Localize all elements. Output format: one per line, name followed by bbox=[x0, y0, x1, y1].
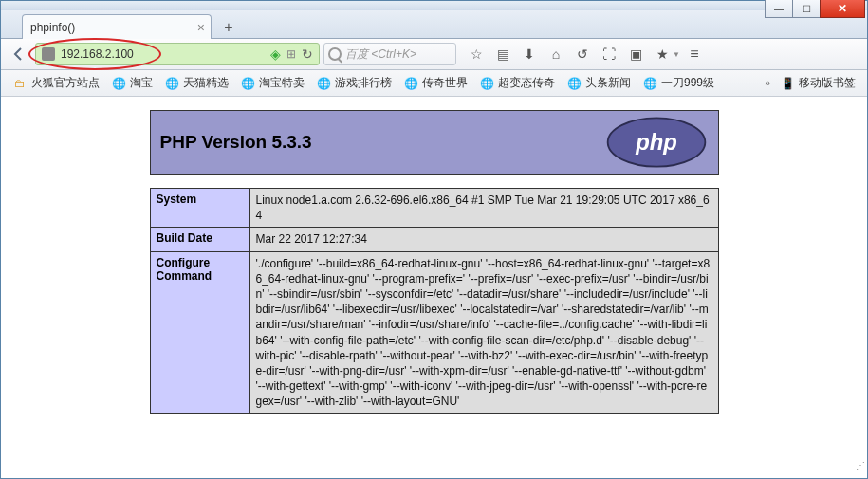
globe-icon: 🌐 bbox=[111, 76, 126, 91]
browser-window: — ☐ ✕ phpinfo() × + 192.168.2.100 ◈ ⊞ ↻ … bbox=[0, 0, 868, 479]
info-key: System bbox=[150, 189, 249, 228]
search-placeholder: 百度 <Ctrl+K> bbox=[345, 46, 416, 63]
reader-icon[interactable]: ⊞ bbox=[286, 47, 296, 61]
download-icon[interactable]: ⬇ bbox=[517, 43, 542, 65]
pocket-star-icon[interactable]: ★ bbox=[650, 43, 674, 65]
globe-icon: 🌐 bbox=[316, 76, 331, 91]
bookmark-item[interactable]: 🌐一刀999级 bbox=[638, 73, 718, 93]
title-bar bbox=[1, 1, 867, 10]
info-value: Mar 22 2017 12:27:34 bbox=[249, 228, 718, 251]
php-header: PHP Version 5.3.3 php bbox=[150, 110, 719, 175]
site-identity-icon bbox=[42, 47, 55, 61]
content-scroll[interactable]: PHP Version 5.3.3 php System Linux node1… bbox=[1, 97, 867, 478]
hamburger-menu-icon[interactable]: ≡ bbox=[682, 43, 707, 65]
globe-icon: 🌐 bbox=[642, 76, 657, 91]
back-arrow-icon bbox=[10, 46, 28, 63]
search-icon bbox=[328, 47, 342, 61]
globe-icon: 🌐 bbox=[164, 76, 179, 91]
bookmark-item[interactable]: 🌐淘宝特卖 bbox=[236, 73, 308, 93]
tab-title: phpinfo() bbox=[30, 21, 75, 34]
extension-icon[interactable]: ▣ bbox=[623, 43, 648, 65]
info-value: Linux node1.a.com 2.6.32-696.el6.x86_64 … bbox=[249, 189, 718, 228]
globe-icon: 🌐 bbox=[240, 76, 255, 91]
url-indicators: ◈ ⊞ ↻ bbox=[270, 46, 313, 62]
globe-icon: 🌐 bbox=[479, 76, 494, 91]
tab-close-icon[interactable]: × bbox=[197, 20, 205, 35]
screenshot-icon[interactable]: ⛶ bbox=[597, 43, 621, 65]
toolbar-icons: ☆ ▤ ⬇ ⌂ ↺ ⛶ ▣ ★ ▼ ≡ bbox=[464, 43, 707, 65]
url-text: 192.168.2.100 bbox=[61, 47, 134, 61]
bookmark-item[interactable]: 🌐游戏排行榜 bbox=[312, 73, 396, 93]
library-icon[interactable]: ▤ bbox=[490, 43, 515, 65]
bookmark-item[interactable]: 🌐头条新闻 bbox=[563, 73, 635, 93]
mobile-icon: 📱 bbox=[780, 76, 795, 91]
nav-bar: 192.168.2.100 ◈ ⊞ ↻ 百度 <Ctrl+K> ☆ ▤ ⬇ ⌂ … bbox=[1, 39, 867, 70]
content-area: PHP Version 5.3.3 php System Linux node1… bbox=[1, 97, 867, 478]
resize-grip-icon[interactable]: ⋰ bbox=[852, 463, 865, 476]
svg-text:php: php bbox=[635, 129, 677, 155]
info-key: Configure Command bbox=[150, 251, 249, 414]
search-bar[interactable]: 百度 <Ctrl+K> bbox=[323, 43, 456, 65]
window-controls: — ☐ ✕ bbox=[766, 0, 865, 18]
star-icon[interactable]: ☆ bbox=[464, 43, 489, 65]
mobile-bookmarks[interactable]: 📱移动版书签 bbox=[776, 73, 859, 93]
tab-phpinfo[interactable]: phpinfo() × bbox=[22, 14, 212, 39]
php-logo-icon: php bbox=[604, 116, 709, 169]
bookmark-item[interactable]: 🌐淘宝 bbox=[107, 73, 157, 93]
info-value: './configure' '--build=x86_64-redhat-lin… bbox=[249, 251, 718, 414]
bookmarks-bar: 🗀火狐官方站点 🌐淘宝 🌐天猫精选 🌐淘宝特卖 🌐游戏排行榜 🌐传奇世界 🌐超变… bbox=[1, 70, 867, 97]
globe-icon: 🌐 bbox=[566, 76, 582, 91]
bookmarks-overflow-icon[interactable]: » bbox=[765, 78, 770, 88]
bookmark-item[interactable]: 🌐传奇世界 bbox=[399, 73, 471, 93]
phpinfo-page: PHP Version 5.3.3 php System Linux node1… bbox=[150, 110, 719, 414]
shield-icon[interactable]: ◈ bbox=[270, 46, 281, 62]
bookmark-item[interactable]: 🗀火狐官方站点 bbox=[9, 73, 103, 93]
maximize-button[interactable]: ☐ bbox=[792, 0, 821, 18]
bookmark-item[interactable]: 🌐天猫精选 bbox=[160, 73, 232, 93]
sync-icon[interactable]: ↺ bbox=[570, 43, 595, 65]
back-button[interactable] bbox=[7, 42, 31, 66]
tab-strip: phpinfo() × + bbox=[1, 10, 867, 39]
info-key: Build Date bbox=[150, 228, 249, 251]
home-icon[interactable]: ⌂ bbox=[544, 43, 568, 65]
reload-icon[interactable]: ↻ bbox=[302, 46, 313, 62]
table-row: System Linux node1.a.com 2.6.32-696.el6.… bbox=[150, 189, 718, 228]
globe-icon: 🌐 bbox=[403, 76, 418, 91]
bookmark-item[interactable]: 🌐超变态传奇 bbox=[475, 73, 559, 93]
url-bar[interactable]: 192.168.2.100 ◈ ⊞ ↻ bbox=[35, 43, 320, 65]
close-button[interactable]: ✕ bbox=[820, 0, 865, 18]
info-table: System Linux node1.a.com 2.6.32-696.el6.… bbox=[150, 188, 719, 414]
folder-icon: 🗀 bbox=[12, 76, 28, 91]
table-row: Build Date Mar 22 2017 12:27:34 bbox=[150, 228, 718, 251]
table-row: Configure Command './configure' '--build… bbox=[150, 251, 718, 414]
minimize-button[interactable]: — bbox=[765, 0, 793, 18]
new-tab-button[interactable]: + bbox=[215, 17, 242, 38]
chevron-down-icon[interactable]: ▼ bbox=[673, 50, 680, 59]
page-title: PHP Version 5.3.3 bbox=[160, 132, 312, 153]
